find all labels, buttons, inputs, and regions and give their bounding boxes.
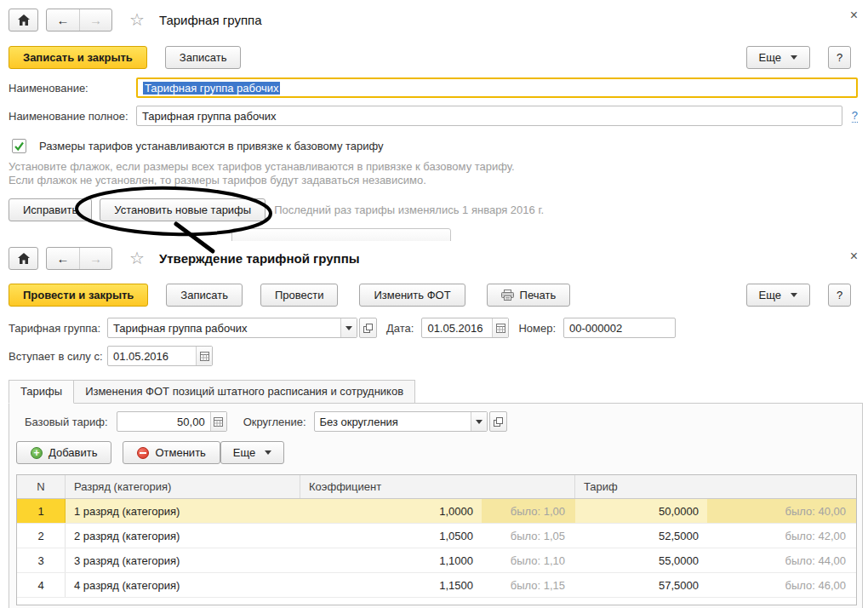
col-header-category[interactable]: Разряд (категория)	[66, 475, 300, 498]
cell-category[interactable]: 4 разряд (категория)	[66, 573, 300, 597]
base-tariff-calc-button[interactable]	[210, 412, 226, 431]
post-button[interactable]: Провести	[260, 284, 339, 307]
cancel-row-button[interactable]: Отменить	[123, 441, 220, 464]
window1-close-icon[interactable]: ×	[850, 9, 858, 22]
back-button[interactable]: ←	[47, 248, 79, 269]
cell-coefficient[interactable]: 1,0500	[300, 524, 482, 548]
tariff-group-window: ← → ☆ Тарифная группа × Записать и закры…	[0, 0, 868, 241]
window2-close-icon[interactable]: ×	[850, 250, 858, 263]
change-fot-button[interactable]: Изменить ФОТ	[359, 284, 465, 307]
cell-category[interactable]: 2 разряд (категория)	[66, 524, 300, 548]
save-and-close-button[interactable]: Записать и закрыть	[9, 46, 147, 69]
date-input-text: 01.05.2016	[422, 322, 492, 335]
printer-icon	[501, 290, 514, 301]
save-button[interactable]: Записать	[166, 284, 243, 307]
table-row[interactable]: 3 3 разряд (категория) 1,1000 было: 1,10…	[17, 548, 856, 573]
table-row[interactable]: 4 4 разряд (категория) 1,1500 было: 1,15…	[17, 573, 856, 598]
table-commands-row: + Добавить Отменить Еще	[9, 441, 862, 464]
cell-tariff[interactable]: 55,0000	[575, 548, 707, 572]
cell-category[interactable]: 1 разряд (категория)	[66, 499, 300, 523]
base-tariff-input[interactable]: 50,00	[117, 411, 227, 432]
help-button[interactable]: ?	[828, 284, 851, 307]
cell-coefficient[interactable]: 1,1500	[300, 573, 482, 597]
table-more-button-label: Еще	[233, 446, 255, 459]
calendar-icon	[200, 352, 209, 361]
cell-num[interactable]: 3	[17, 548, 66, 572]
add-row-button[interactable]: + Добавить	[16, 441, 111, 464]
link-to-base-checkbox[interactable]	[12, 139, 26, 153]
link-to-base-checkbox-label[interactable]: Размеры тарифов устанавливаются в привяз…	[39, 140, 384, 152]
number-input[interactable]: 00-000002	[563, 318, 676, 338]
base-tariff-label: Базовый тариф:	[25, 416, 108, 428]
window1-title: Тарифная группа	[159, 13, 262, 27]
tariff-group-input[interactable]: Тарифная группа рабочих	[107, 318, 357, 338]
more-button[interactable]: Еще	[746, 46, 810, 69]
forward-icon: →	[89, 13, 102, 27]
cell-tariff[interactable]: 52,5000	[575, 524, 707, 548]
hint-line-1: Установите флажок, если размеры всех тар…	[9, 160, 859, 174]
tab-fot-changes[interactable]: Изменения ФОТ позиций штатного расписани…	[74, 380, 415, 404]
cancel-row-button-label: Отменить	[155, 446, 205, 459]
effective-date-input[interactable]: 01.05.2016	[107, 346, 213, 366]
col-header-num[interactable]: N	[17, 475, 66, 498]
favorite-star-icon[interactable]: ☆	[129, 11, 145, 28]
more-button-label: Еще	[759, 51, 781, 64]
more-button-label: Еще	[759, 289, 781, 301]
rounding-dropdown-button[interactable]	[471, 412, 487, 431]
cell-tariff[interactable]: 50,0000	[575, 499, 707, 523]
table-row[interactable]: 1 1 разряд (категория) 1,0000 было: 1,00…	[17, 499, 856, 524]
back-button[interactable]: ←	[47, 9, 79, 31]
tab-tariffs[interactable]: Тарифы	[9, 380, 74, 404]
tariff-group-choose-button[interactable]	[359, 318, 377, 338]
date-input[interactable]: 01.05.2016	[421, 318, 509, 338]
last-changed-text: Последний раз тарифы изменялись 1 января…	[274, 204, 544, 216]
rounding-choose-button[interactable]	[489, 411, 507, 432]
cell-num[interactable]: 1	[17, 499, 66, 523]
save-button[interactable]: Записать	[165, 46, 242, 69]
forward-button[interactable]: →	[79, 9, 111, 31]
number-label: Номер:	[518, 322, 556, 335]
cell-tariff[interactable]: 57,5000	[575, 573, 707, 597]
effective-date-calendar-button[interactable]	[196, 347, 212, 365]
col-header-coefficient[interactable]: Коэффициент	[300, 475, 575, 498]
base-tariff-input-text: 50,00	[117, 416, 210, 428]
print-button[interactable]: Печать	[487, 284, 571, 307]
name-input[interactable]: Тарифная группа рабочих	[136, 77, 858, 98]
set-new-tariffs-button[interactable]: Установить новые тарифы	[100, 198, 266, 221]
help-button[interactable]: ?	[828, 46, 851, 69]
home-icon	[18, 14, 30, 26]
cell-coefficient[interactable]: 1,0000	[300, 499, 482, 523]
print-button-label: Печать	[520, 289, 557, 301]
back-icon: ←	[57, 251, 70, 266]
effective-date-input-text: 01.05.2016	[108, 350, 196, 363]
full-name-input[interactable]: Тарифная группа рабочих	[136, 106, 842, 126]
cell-coefficient-was: было: 1,15	[482, 573, 575, 597]
favorite-star-icon[interactable]: ☆	[129, 250, 145, 267]
name-input-selected-text: Тарифная группа рабочих	[143, 82, 280, 95]
more-button[interactable]: Еще	[746, 284, 810, 307]
rounding-input-text: Без округления	[315, 416, 471, 428]
forward-button[interactable]: →	[79, 248, 111, 269]
full-name-help-link[interactable]: ?	[852, 109, 858, 123]
date-calendar-button[interactable]	[492, 318, 508, 337]
cell-coefficient[interactable]: 1,1000	[300, 548, 482, 572]
tariff-group-dropdown-button[interactable]	[340, 318, 357, 337]
window2-toolbar: Провести и закрыть Записать Провести Изм…	[0, 270, 868, 307]
fix-button[interactable]: Исправить	[9, 198, 92, 221]
home-button[interactable]	[9, 9, 38, 32]
cell-coefficient-was: было: 1,05	[482, 524, 575, 548]
post-and-close-button[interactable]: Провести и закрыть	[9, 284, 148, 307]
chevron-down-icon	[265, 450, 271, 455]
table-more-button[interactable]: Еще	[220, 441, 284, 464]
col-header-tariff[interactable]: Тариф	[575, 475, 856, 498]
rounding-input[interactable]: Без округления	[314, 411, 488, 432]
cell-category[interactable]: 3 разряд (категория)	[66, 548, 300, 572]
table-row[interactable]: 2 2 разряд (категория) 1,0500 было: 1,05…	[17, 524, 856, 548]
cell-num[interactable]: 4	[17, 573, 66, 597]
tariff-group-label: Тарифная группа:	[9, 322, 107, 335]
forward-icon: →	[89, 251, 102, 266]
chevron-down-icon	[476, 420, 483, 424]
home-button[interactable]	[9, 247, 38, 270]
cell-num[interactable]: 2	[17, 524, 66, 548]
choose-icon	[363, 324, 373, 333]
